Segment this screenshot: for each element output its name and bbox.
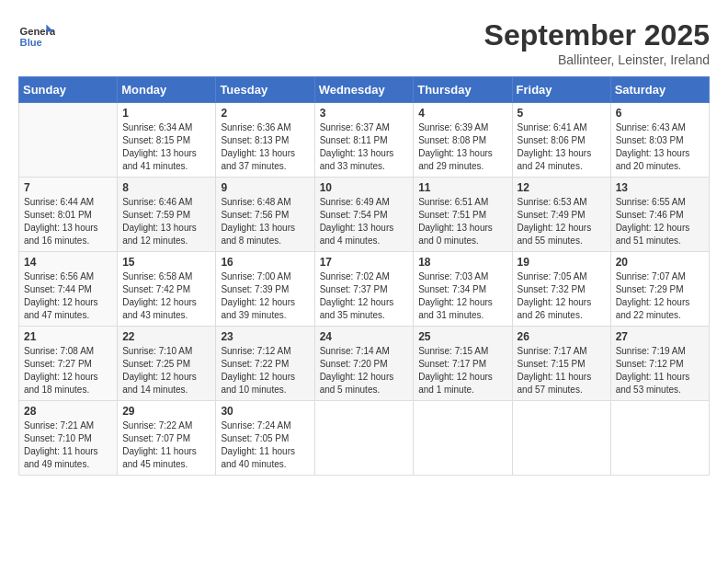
calendar-cell: 18Sunrise: 7:03 AM Sunset: 7:34 PM Dayli… [414,252,512,327]
month-title: September 2025 [484,18,710,52]
day-info: Sunrise: 6:48 AM Sunset: 7:56 PM Dayligh… [221,196,309,247]
day-number: 24 [320,330,409,343]
calendar-cell: 26Sunrise: 7:17 AM Sunset: 7:15 PM Dayli… [512,327,610,401]
day-number: 3 [320,107,409,120]
day-info: Sunrise: 7:21 AM Sunset: 7:10 PM Dayligh… [24,419,112,471]
logo: General Blue [18,18,59,55]
calendar-week-row: 21Sunrise: 7:08 AM Sunset: 7:27 PM Dayli… [19,327,710,401]
calendar-week-row: 7Sunrise: 6:44 AM Sunset: 8:01 PM Daylig… [19,178,710,252]
day-info: Sunrise: 6:39 AM Sunset: 8:08 PM Dayligh… [418,121,506,173]
calendar-cell: 9Sunrise: 6:48 AM Sunset: 7:56 PM Daylig… [216,178,314,252]
day-info: Sunrise: 6:46 AM Sunset: 7:59 PM Dayligh… [122,196,210,247]
day-number: 30 [221,405,309,418]
location: Ballinteer, Leinster, Ireland [484,52,710,67]
day-number: 21 [24,330,112,343]
day-number: 29 [122,405,210,418]
day-number: 6 [616,107,704,120]
day-number: 7 [24,181,112,194]
day-of-week-header: Sunday [19,77,118,103]
day-number: 19 [518,256,606,269]
day-info: Sunrise: 6:37 AM Sunset: 8:11 PM Dayligh… [320,121,409,173]
title-area: September 2025 Ballinteer, Leinster, Ire… [484,18,710,67]
day-number: 10 [320,181,409,194]
day-number: 27 [616,330,704,343]
calendar-cell: 20Sunrise: 7:07 AM Sunset: 7:29 PM Dayli… [610,252,709,327]
day-number: 12 [518,181,606,194]
day-info: Sunrise: 7:02 AM Sunset: 7:37 PM Dayligh… [320,270,409,322]
calendar-cell [414,401,512,476]
day-number: 9 [221,181,309,194]
day-number: 11 [418,181,506,194]
day-info: Sunrise: 6:53 AM Sunset: 7:49 PM Dayligh… [518,196,606,247]
day-info: Sunrise: 6:58 AM Sunset: 7:42 PM Dayligh… [122,270,210,322]
calendar-cell: 8Sunrise: 6:46 AM Sunset: 7:59 PM Daylig… [118,178,216,252]
calendar-cell: 14Sunrise: 6:56 AM Sunset: 7:44 PM Dayli… [19,252,118,327]
calendar-cell: 16Sunrise: 7:00 AM Sunset: 7:39 PM Dayli… [216,252,314,327]
day-number: 22 [122,330,210,343]
calendar-cell: 11Sunrise: 6:51 AM Sunset: 7:51 PM Dayli… [414,178,512,252]
calendar-cell: 4Sunrise: 6:39 AM Sunset: 8:08 PM Daylig… [414,103,512,178]
calendar-table: SundayMondayTuesdayWednesdayThursdayFrid… [18,76,710,476]
day-number: 2 [221,107,309,120]
calendar-cell: 2Sunrise: 6:36 AM Sunset: 8:13 PM Daylig… [216,103,314,178]
day-info: Sunrise: 6:43 AM Sunset: 8:03 PM Dayligh… [616,121,704,173]
day-number: 18 [418,256,506,269]
calendar-cell: 19Sunrise: 7:05 AM Sunset: 7:32 PM Dayli… [512,252,610,327]
day-info: Sunrise: 7:07 AM Sunset: 7:29 PM Dayligh… [616,270,704,322]
day-number: 23 [221,330,309,343]
day-number: 8 [122,181,210,194]
day-info: Sunrise: 7:03 AM Sunset: 7:34 PM Dayligh… [418,270,506,322]
calendar-cell: 17Sunrise: 7:02 AM Sunset: 7:37 PM Dayli… [314,252,414,327]
day-of-week-header: Tuesday [216,77,314,103]
day-info: Sunrise: 6:44 AM Sunset: 8:01 PM Dayligh… [24,196,112,247]
calendar-cell: 25Sunrise: 7:15 AM Sunset: 7:17 PM Dayli… [414,327,512,401]
day-number: 28 [24,405,112,418]
calendar-week-row: 1Sunrise: 6:34 AM Sunset: 8:15 PM Daylig… [19,103,710,178]
calendar-cell: 23Sunrise: 7:12 AM Sunset: 7:22 PM Dayli… [216,327,314,401]
header-row: SundayMondayTuesdayWednesdayThursdayFrid… [19,77,710,103]
day-info: Sunrise: 7:14 AM Sunset: 7:20 PM Dayligh… [320,345,409,396]
calendar-cell: 7Sunrise: 6:44 AM Sunset: 8:01 PM Daylig… [19,178,118,252]
day-number: 5 [518,107,606,120]
day-number: 16 [221,256,309,269]
page-header: General Blue September 2025 Ballinteer, … [18,18,710,67]
day-number: 1 [122,107,210,120]
day-info: Sunrise: 7:19 AM Sunset: 7:12 PM Dayligh… [616,345,704,396]
day-number: 25 [418,330,506,343]
calendar-week-row: 28Sunrise: 7:21 AM Sunset: 7:10 PM Dayli… [19,401,710,476]
day-info: Sunrise: 6:41 AM Sunset: 8:06 PM Dayligh… [518,121,606,173]
calendar-cell [610,401,709,476]
calendar-cell: 15Sunrise: 6:58 AM Sunset: 7:42 PM Dayli… [118,252,216,327]
day-info: Sunrise: 6:51 AM Sunset: 7:51 PM Dayligh… [418,196,506,247]
logo-icon: General Blue [18,18,55,55]
calendar-week-row: 14Sunrise: 6:56 AM Sunset: 7:44 PM Dayli… [19,252,710,327]
calendar-cell [512,401,610,476]
calendar-cell [314,401,414,476]
calendar-cell: 29Sunrise: 7:22 AM Sunset: 7:07 PM Dayli… [118,401,216,476]
day-of-week-header: Thursday [414,77,512,103]
calendar-cell: 5Sunrise: 6:41 AM Sunset: 8:06 PM Daylig… [512,103,610,178]
day-number: 15 [122,256,210,269]
calendar-cell: 3Sunrise: 6:37 AM Sunset: 8:11 PM Daylig… [314,103,414,178]
calendar-cell: 1Sunrise: 6:34 AM Sunset: 8:15 PM Daylig… [118,103,216,178]
day-info: Sunrise: 7:22 AM Sunset: 7:07 PM Dayligh… [122,419,210,471]
calendar-cell: 22Sunrise: 7:10 AM Sunset: 7:25 PM Dayli… [118,327,216,401]
day-number: 20 [616,256,704,269]
day-of-week-header: Monday [118,77,216,103]
day-number: 14 [24,256,112,269]
day-number: 4 [418,107,506,120]
day-info: Sunrise: 7:08 AM Sunset: 7:27 PM Dayligh… [24,345,112,396]
day-number: 26 [518,330,606,343]
svg-text:Blue: Blue [20,37,42,48]
day-info: Sunrise: 7:05 AM Sunset: 7:32 PM Dayligh… [518,270,606,322]
day-of-week-header: Saturday [610,77,709,103]
day-info: Sunrise: 7:10 AM Sunset: 7:25 PM Dayligh… [122,345,210,396]
calendar-cell: 21Sunrise: 7:08 AM Sunset: 7:27 PM Dayli… [19,327,118,401]
calendar-cell: 30Sunrise: 7:24 AM Sunset: 7:05 PM Dayli… [216,401,314,476]
day-info: Sunrise: 6:34 AM Sunset: 8:15 PM Dayligh… [122,121,210,173]
day-info: Sunrise: 6:55 AM Sunset: 7:46 PM Dayligh… [616,196,704,247]
calendar-cell [19,103,118,178]
day-info: Sunrise: 7:17 AM Sunset: 7:15 PM Dayligh… [518,345,606,396]
day-of-week-header: Wednesday [314,77,414,103]
day-info: Sunrise: 6:36 AM Sunset: 8:13 PM Dayligh… [221,121,309,173]
